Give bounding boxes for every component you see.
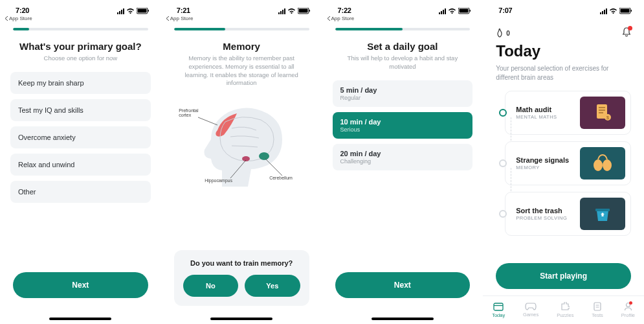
page-subtitle: Memory is the ability to remember past e…: [181, 54, 303, 87]
start-playing-button[interactable]: Start playing: [496, 263, 631, 289]
goal-title: 20 min / day: [340, 150, 465, 157]
goal-sub: Regular: [340, 95, 465, 101]
option-anxiety[interactable]: Overcome anxiety: [10, 126, 151, 148]
next-button[interactable]: Next: [335, 272, 471, 298]
svg-line-10: [265, 159, 282, 176]
status-icons: [278, 8, 311, 14]
progress-fill: [174, 28, 225, 30]
progress-bar: [13, 28, 148, 30]
progress-bar: [335, 28, 471, 30]
goal-options: Keep my brain sharp Test my IQ and skill…: [10, 72, 151, 203]
svg-point-23: [594, 159, 603, 171]
notifications-button[interactable]: [622, 27, 631, 40]
notification-badge: [628, 26, 632, 30]
goal-20min[interactable]: 20 min / day Challenging: [333, 144, 473, 170]
svg-rect-26: [494, 303, 503, 310]
goal-title: 10 min / day: [340, 118, 465, 126]
status-time: 7:07: [498, 6, 512, 14]
exercise-thumb: $: [580, 97, 625, 129]
home-indicator[interactable]: [49, 318, 111, 320]
svg-point-7: [259, 152, 269, 160]
status-time: 7:21: [177, 6, 190, 14]
exercise-card[interactable]: Math audit MENTAL MATHS $: [505, 91, 631, 135]
goal-5min[interactable]: 5 min / day Regular: [333, 80, 473, 107]
screen-daily-goal: 7:22 App Store Set a daily goal This wil…: [322, 0, 483, 324]
home-indicator[interactable]: [372, 318, 434, 320]
exercise-card[interactable]: Strange signals MEMORY: [505, 141, 631, 185]
svg-rect-15: [621, 9, 630, 13]
page-subtitle: Your personal selection of exercises for…: [496, 64, 631, 82]
back-to-appstore[interactable]: App Store: [322, 15, 483, 21]
status-bar: 7:20: [0, 0, 161, 14]
back-to-appstore[interactable]: App Store: [0, 15, 161, 21]
screen-onboarding-goal: 7:20 App Store What's your primary goal?…: [0, 0, 161, 324]
goal-10min[interactable]: 10 min / day Serious: [333, 112, 473, 139]
status-bar: 7:07: [483, 0, 644, 14]
back-label: App Store: [170, 16, 194, 21]
cellular-icon: [600, 8, 607, 14]
page-title: Today: [496, 42, 631, 60]
exercise-card[interactable]: Sort the trash PROBLEM SOLVING: [505, 192, 631, 236]
wifi-icon: [287, 8, 296, 14]
status-icons: [439, 8, 471, 14]
exercise-category: MEMORY: [516, 165, 573, 170]
label-hippocampus: Hippocampus: [205, 178, 232, 183]
goal-title: 5 min / day: [340, 86, 465, 94]
yes-button[interactable]: Yes: [245, 275, 300, 297]
progress-fill: [13, 28, 29, 30]
streak-value: 0: [506, 30, 510, 37]
screen-memory-info: 7:21 App Store Memory Memory is the abil…: [161, 0, 322, 324]
exercise-category: MENTAL MATHS: [516, 114, 573, 120]
option-relax[interactable]: Relax and unwind: [10, 154, 151, 176]
back-to-appstore[interactable]: App Store: [161, 15, 322, 21]
option-keep-sharp[interactable]: Keep my brain sharp: [10, 72, 151, 94]
exercise-list: Math audit MENTAL MATHS $ Strange signal…: [496, 91, 631, 236]
option-other[interactable]: Other: [10, 181, 151, 203]
tab-today[interactable]: Today: [492, 302, 505, 318]
svg-rect-5: [309, 10, 310, 12]
progress-bar: [174, 28, 309, 30]
tab-profile[interactable]: Profile: [621, 302, 635, 318]
svg-rect-12: [460, 9, 469, 13]
goal-sub: Challenging: [340, 158, 465, 165]
svg-rect-18: [599, 107, 605, 108]
next-button[interactable]: Next: [13, 272, 148, 298]
svg-text:$: $: [606, 115, 609, 120]
tab-bar: Today Games Puzzles Tests Profile: [483, 295, 644, 324]
streak-counter[interactable]: 0: [496, 29, 510, 39]
goal-sub: Serious: [340, 126, 465, 133]
page-subtitle: This will help to develop a habit and st…: [342, 54, 464, 71]
tab-label: Profile: [621, 312, 635, 318]
cellular-icon: [117, 8, 124, 14]
daily-goal-options: 5 min / day Regular 10 min / day Serious…: [333, 80, 473, 170]
train-memory-prompt: Do you want to train memory? No Yes: [174, 250, 309, 306]
svg-rect-25: [595, 209, 610, 211]
exercise-bullet: [499, 109, 507, 117]
prompt-question: Do you want to train memory?: [183, 259, 300, 267]
home-indicator[interactable]: [210, 318, 272, 320]
svg-point-24: [603, 159, 612, 171]
page-title: Memory: [174, 41, 309, 52]
status-bar: 7:21: [161, 0, 322, 14]
track-line: [511, 117, 511, 141]
track-line: [511, 168, 511, 191]
svg-rect-4: [298, 9, 307, 13]
label-prefrontal: Prefrontal cortex: [179, 108, 211, 117]
option-test-iq[interactable]: Test my IQ and skills: [10, 99, 151, 121]
wifi-icon: [448, 8, 456, 14]
page-title: Set a daily goal: [335, 41, 471, 52]
status-time: 7:20: [16, 6, 29, 14]
svg-rect-20: [599, 112, 603, 113]
svg-point-6: [242, 156, 250, 161]
svg-rect-28: [594, 303, 601, 310]
brain-diagram: Prefrontal cortex Hippocampus Cerebellum: [186, 99, 296, 192]
exercise-thumb: [580, 147, 625, 179]
tab-games[interactable]: Games: [523, 303, 539, 318]
tab-label: Today: [492, 312, 505, 318]
exercise-name: Strange signals: [516, 156, 573, 164]
status-icons: [117, 8, 150, 14]
tab-tests[interactable]: Tests: [592, 302, 603, 318]
svg-rect-2: [148, 10, 149, 12]
tab-puzzles[interactable]: Puzzles: [557, 302, 573, 318]
no-button[interactable]: No: [183, 275, 238, 297]
